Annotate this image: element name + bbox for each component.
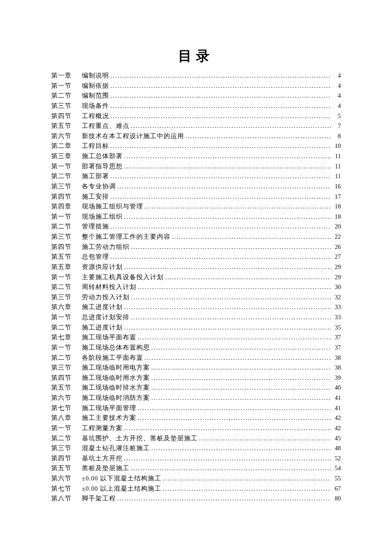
toc-row: 第一节工程测量方案42 [51,423,341,434]
toc-chapter-label: 第六章 [51,302,82,312]
toc-page-number: 42 [332,413,341,423]
toc-row: 第七章施工现场平面布置37 [51,332,341,343]
toc-leader-dots [138,413,331,423]
toc-page-number: 32 [332,292,341,303]
toc-page-number: 16 [332,182,341,192]
toc-leader-dots [110,81,331,91]
toc-page-number: 38 [332,363,341,373]
toc-chapter-label: 第一节 [51,312,82,323]
toc-entry-title: 凿桩及垫层施工 [82,463,130,474]
toc-chapter-label: 第五章 [51,262,82,272]
toc-chapter-label: 第二章 [51,141,82,151]
toc-entry-title: 施工现场临时用电方案 [82,363,150,373]
toc-leader-dots [110,222,331,232]
toc-entry-title: 基坑围护、土方开挖、凿桩及垫层施工 [82,434,198,444]
toc-entry-title: 部署指导思想 [82,162,123,172]
toc-chapter-label: 第三节 [51,101,82,111]
toc-entry-title: 编制范围 [82,91,109,101]
toc-entry-title: 施工进度计划 [82,323,123,333]
toc-chapter-label: 第四节 [51,242,82,252]
toc-page-number: 48 [332,443,341,454]
toc-leader-dots [110,141,331,151]
toc-row: 第一节主要施工机具设备投入计划29 [51,272,341,283]
toc-entry-title: 施工总体部署 [82,151,123,162]
toc-row: 第一章编制说明4 [51,71,341,81]
toc-chapter-label: 第二节 [51,353,82,363]
toc-leader-dots [117,182,331,192]
toc-chapter-label: 第六节 [51,393,82,403]
toc-leader-dots [151,373,331,383]
toc-page-number: 54 [332,463,341,474]
toc-leader-dots [144,353,331,363]
toc-page-number: 4 [332,71,341,81]
toc-row: 第一节施工现场总体布置构思37 [51,343,341,353]
toc-chapter-label: 第一节 [51,162,82,172]
toc-page-number: 45 [332,434,341,444]
toc-leader-dots [124,162,331,172]
toc-row: 第六章施工进度计划33 [51,302,341,312]
toc-leader-dots [110,252,331,262]
toc-row: 第一节总进度计划安排33 [51,312,341,323]
toc-chapter-label: 第七章 [51,332,82,343]
toc-leader-dots [151,443,331,454]
toc-entry-title: 施工现场临时排水方案 [82,383,150,393]
toc-chapter-label: 第三节 [51,292,82,303]
toc-entry-title: 施工主要技术方案 [82,413,136,423]
toc-leader-dots [124,323,331,333]
toc-chapter-label: 第一章 [51,71,82,81]
toc-entry-title: ±0.00 以上混凝土结构施工 [82,484,161,494]
toc-entry-title: 施工进度计划 [82,302,123,312]
toc-leader-dots [151,343,331,353]
toc-leader-dots [131,121,331,131]
toc-entry-title: 整个施工管理工作的主要内容 [82,232,170,242]
toc-entry-title: 现场施工组织 [82,212,123,222]
toc-entry-title: 总进度计划安排 [82,312,130,323]
toc-row: 第三章施工总体部署11 [51,151,341,162]
toc-entry-title: 总包管理 [82,252,109,262]
toc-leader-dots [124,262,331,272]
toc-chapter-label: 第一节 [51,423,82,434]
toc-row: 第四节施工安排17 [51,192,341,202]
toc-page-number: 41 [332,403,341,413]
toc-chapter-label: 第一节 [51,272,82,283]
toc-entry-title: 劳动力投入计划 [82,292,130,303]
toc-chapter-label: 第二节 [51,171,82,182]
toc-page-number: 18 [332,202,341,212]
toc-page-number: 10 [332,141,341,151]
toc-chapter-label: 第八章 [51,413,82,423]
toc-row: 第二节管理措施20 [51,222,341,232]
toc-leader-dots [163,484,331,494]
toc-entry-title: 施工安排 [82,192,109,202]
toc-page-number: 41 [332,393,341,403]
toc-leader-dots [144,202,331,212]
toc-row: 第五节总包管理27 [51,252,341,262]
toc-entry-title: 主要施工机具设备投入计划 [82,272,164,283]
toc-leader-dots [163,474,331,484]
toc-entry-title: 周转材料投入计划 [82,282,136,292]
toc-entry-title: 基坑土方开挖 [82,454,123,464]
toc-page-number: 26 [332,242,341,252]
toc-leader-dots [110,71,331,81]
toc-row: 第四节施工劳动力组织26 [51,242,341,252]
toc-page-number: 11 [332,162,341,172]
toc-page-number: 33 [332,312,341,323]
toc-row: 第四节工程概况5 [51,111,341,121]
toc-entry-title: 编制说明 [82,71,109,81]
toc-page-number: 52 [332,454,341,464]
toc-row: 第六节±0.00 以下混凝土结构施工55 [51,474,341,484]
toc-page-number: 39 [332,373,341,383]
toc-row: 第二节周转材料投入计划30 [51,282,341,292]
toc-page-number: 11 [332,151,341,162]
toc-leader-dots [151,383,331,393]
toc-leader-dots [110,101,331,111]
toc-entry-title: 现场施工组织与管理 [82,202,143,212]
toc-chapter-label: 第四章 [51,202,82,212]
toc-chapter-label: 第三节 [51,182,82,192]
toc-page-number: 18 [332,212,341,222]
toc-page-number: 38 [332,353,341,363]
toc-page-number: 4 [332,101,341,111]
toc-entry-title: 管理措施 [82,222,109,232]
toc-chapter-label: 第三节 [51,363,82,373]
toc-entry-title: 混凝土钻孔灌注桩施工 [82,443,150,454]
toc-row: 第四节施工现场临时用水方案39 [51,373,341,383]
